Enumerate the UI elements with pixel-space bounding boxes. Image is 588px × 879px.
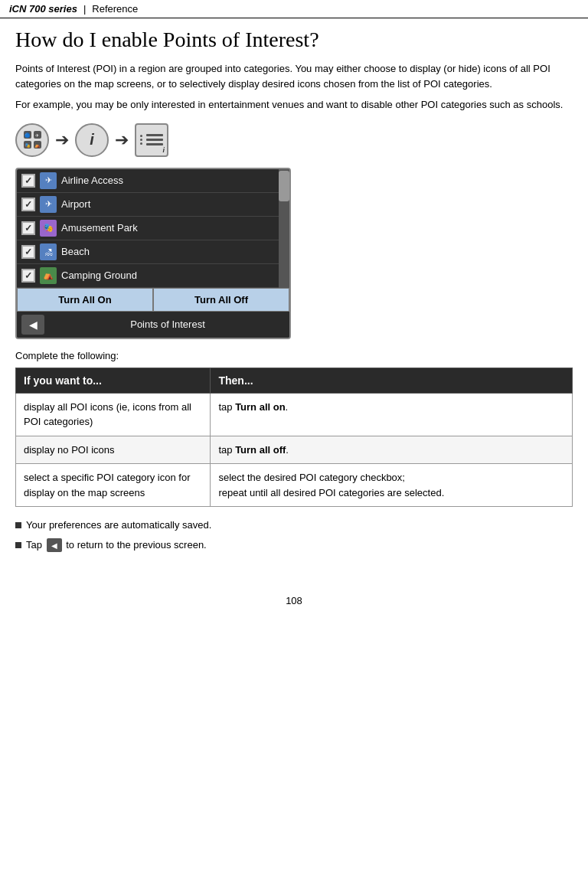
table-header-col2: Then... (211, 368, 573, 393)
note-item-2: Tap ◀ to return to the previous screen. (15, 538, 573, 553)
poi-footer: ◀ Points of Interest (17, 312, 289, 338)
arrow-icon-1: ➔ (55, 130, 69, 150)
poi-item-amusement[interactable]: 🎭 Amusement Park (17, 217, 279, 240)
poi-list-icon: i (135, 123, 168, 157)
table-cell-row3-col1: select a specific POI category icon for … (16, 464, 211, 507)
notes-list: Your preferences are automatically saved… (15, 518, 573, 552)
poi-checkbox-amusement[interactable] (21, 221, 35, 235)
table-cell-row1-col2: tap Turn all on. (211, 393, 573, 436)
poi-checkbox-airline[interactable] (21, 174, 35, 188)
poi-item-airline[interactable]: ✈ Airline Access (17, 169, 279, 193)
poi-item-camping[interactable]: ⛺ Camping Ground (17, 264, 279, 288)
table-row2-bold: Turn all off (235, 444, 286, 456)
header-separator: | (83, 3, 86, 15)
table-cell-row2-col2: tap Turn all off. (211, 436, 573, 464)
turn-all-off-button[interactable]: Turn All Off (153, 288, 289, 312)
poi-icon-camping: ⛺ (40, 267, 57, 284)
poi-buttons-row: Turn All On Turn All Off (17, 288, 289, 312)
inline-back-icon: ◀ (47, 538, 62, 552)
table-header-col1: If you want to... (16, 368, 211, 393)
complete-label: Complete the following: (15, 350, 573, 361)
grid-dot-1: 🔵 (24, 131, 31, 139)
poi-scrollbar[interactable] (279, 169, 289, 288)
poi-icon-beach: 🏖 (40, 243, 57, 260)
arrow-icon-2: ➔ (115, 130, 129, 150)
poi-list-scroll: ✈ Airline Access ✈ Airport 🎭 Amusement P… (17, 169, 279, 288)
table-row: display all POI icons (ie, icons from al… (16, 393, 573, 436)
poi-label-airline: Airline Access (61, 175, 123, 186)
poi-item-beach[interactable]: 🏖 Beach (17, 240, 279, 264)
categories-icon: 🔵 ✈ 🎭 ⛺ (15, 123, 49, 157)
header-section: Reference (92, 3, 138, 15)
page-header: iCN 700 series | Reference (0, 0, 588, 18)
intro-para-2: For example, you may be only interested … (15, 97, 573, 113)
poi-label-amusement: Amusement Park (61, 222, 138, 234)
intro-para-1: Points of Interest (POI) in a region are… (15, 61, 573, 91)
table-cell-row1-col1: display all POI icons (ie, icons from al… (16, 393, 211, 436)
turn-all-on-button[interactable]: Turn All On (17, 288, 153, 312)
poi-list-wrapper: ✈ Airline Access ✈ Airport 🎭 Amusement P… (17, 169, 289, 288)
grid-dot-3: 🎭 (24, 141, 31, 149)
poi-item-airport[interactable]: ✈ Airport (17, 193, 279, 217)
note-text-2: Tap ◀ to return to the previous screen. (26, 538, 573, 553)
grid-dot-2: ✈ (34, 131, 41, 139)
table-cell-row2-col1: display no POI icons (16, 436, 211, 464)
table-row: select a specific POI category icon for … (16, 464, 573, 507)
poi-footer-label: Points of Interest (51, 319, 285, 330)
device-screen: ✈ Airline Access ✈ Airport 🎭 Amusement P… (15, 168, 291, 339)
table-row1-suffix: . (286, 401, 289, 413)
grid-dot-4: ⛺ (34, 141, 41, 149)
poi-icon-airline: ✈ (40, 172, 57, 189)
poi-label-beach: Beach (61, 246, 90, 257)
table-row1-bold: Turn all on (235, 401, 285, 413)
bullet-2 (15, 542, 21, 548)
table-row2-prefix: tap (218, 444, 235, 456)
poi-label-camping: Camping Ground (61, 270, 137, 281)
icon-flow-row: 🔵 ✈ 🎭 ⛺ ➔ i ➔ (15, 123, 573, 157)
table-row1-prefix: tap (218, 401, 235, 413)
table-row: display no POI icons tap Turn all off. (16, 436, 573, 464)
info-icon: i (75, 123, 109, 157)
poi-label-airport: Airport (61, 198, 90, 210)
table-row2-suffix: . (286, 444, 289, 456)
bullet-1 (15, 522, 21, 528)
poi-scrollbar-thumb[interactable] (279, 171, 289, 201)
info-letter: i (90, 131, 94, 149)
poi-icon-airport: ✈ (40, 196, 57, 213)
page-number: 108 (0, 595, 588, 606)
note-text-1: Your preferences are automatically saved… (26, 518, 573, 533)
page-title: How do I enable Points of Interest? (15, 28, 573, 52)
poi-checkbox-airport[interactable] (21, 198, 35, 211)
info-table: If you want to... Then... display all PO… (15, 368, 573, 508)
poi-back-button[interactable]: ◀ (21, 315, 44, 335)
poi-checkbox-camping[interactable] (21, 269, 35, 283)
poi-checkbox-beach[interactable] (21, 245, 35, 259)
table-cell-row3-col2: select the desired POI category checkbox… (211, 464, 573, 507)
header-series: iCN 700 series (9, 3, 77, 15)
poi-icon-amusement: 🎭 (40, 220, 57, 237)
page-content: How do I enable Points of Interest? Poin… (0, 18, 588, 572)
note-item-1: Your preferences are automatically saved… (15, 518, 573, 533)
